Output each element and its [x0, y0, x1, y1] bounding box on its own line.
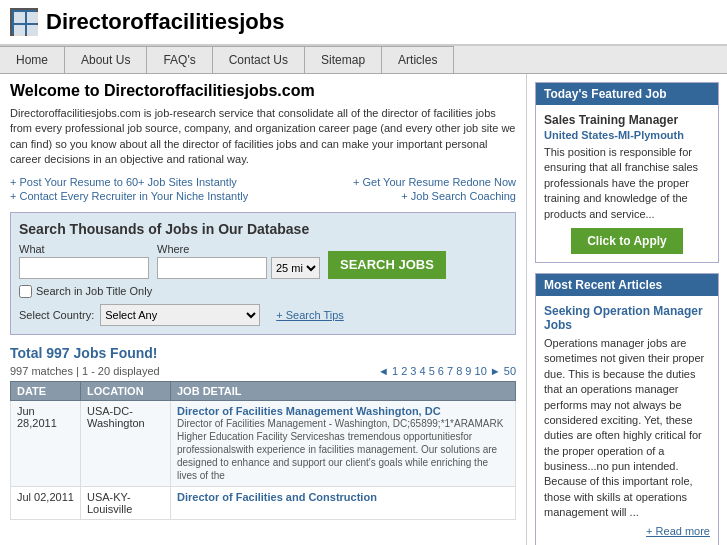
svg-rect-0 — [14, 12, 25, 23]
nav-contact[interactable]: Contact Us — [213, 46, 305, 73]
what-field: What — [19, 243, 149, 279]
title-only-label: Search in Job Title Only — [36, 285, 152, 297]
col-date: DATE — [11, 381, 81, 400]
job-detail: Director of Facilities Management Washin… — [171, 400, 516, 486]
featured-job-body: Sales Training Manager United States-MI-… — [536, 105, 718, 262]
search-row: What Where 25 mi 10 mi 50 mi SEARCH JOBS — [19, 243, 507, 279]
apply-button[interactable]: Click to Apply — [571, 228, 683, 254]
promo-links-right: Get Your Resume Redone Now Job Search Co… — [353, 176, 516, 202]
table-row: Jun 28,2011 USA-DC-Washington Director o… — [11, 400, 516, 486]
job-title-link[interactable]: Director of Facilities Management Washin… — [177, 405, 441, 417]
pagination[interactable]: ◄ 1 2 3 4 5 6 7 8 9 10 ► 50 — [378, 365, 516, 377]
job-description: Director of Facilities Management - Wash… — [177, 417, 509, 482]
logo-icon — [10, 8, 38, 36]
search-title: Search Thousands of Jobs in Our Database — [19, 221, 507, 237]
nav-home[interactable]: Home — [0, 46, 65, 73]
svg-rect-3 — [27, 25, 38, 36]
nav-articles[interactable]: Articles — [382, 46, 454, 73]
nav-faq[interactable]: FAQ's — [147, 46, 212, 73]
search-jobs-button[interactable]: SEARCH JOBS — [328, 251, 446, 279]
nav-sitemap[interactable]: Sitemap — [305, 46, 382, 73]
svg-rect-2 — [14, 25, 25, 36]
featured-job-name: Sales Training Manager — [544, 113, 710, 127]
main-content: Welcome to Directoroffacilitiesjobs.com … — [0, 74, 527, 545]
results-meta: 997 matches | 1 - 20 displayed — [10, 365, 160, 377]
read-more-link[interactable]: + Read more — [544, 525, 710, 537]
where-label: Where — [157, 243, 320, 255]
content-wrapper: Welcome to Directoroffacilitiesjobs.com … — [0, 74, 727, 545]
search-section: Search Thousands of Jobs in Our Database… — [10, 212, 516, 335]
results-title: Total 997 Jobs Found! — [10, 345, 516, 361]
featured-job-box: Today's Featured Job Sales Training Mana… — [535, 82, 719, 263]
table-row: Jul 02,2011 USA-KY-Louisville Director o… — [11, 486, 516, 519]
recent-articles-body: Seeking Operation Manager Jobs Operation… — [536, 296, 718, 545]
job-date: Jul 02,2011 — [11, 486, 81, 519]
job-date: Jun 28,2011 — [11, 400, 81, 486]
country-select[interactable]: Select Any — [100, 304, 260, 326]
what-label: What — [19, 243, 149, 255]
article-text: Operations manager jobs are sometimes no… — [544, 336, 710, 521]
main-nav: Home About Us FAQ's Contact Us Sitemap A… — [0, 46, 727, 74]
featured-job-desc: This position is responsible for ensurin… — [544, 145, 710, 222]
title-only-row: Search in Job Title Only — [19, 285, 507, 298]
country-row: Select Country: Select Any + Search Tips — [19, 304, 507, 326]
job-location: USA-DC-Washington — [81, 400, 171, 486]
promo-links: Post Your Resume to 60+ Job Sites Instan… — [10, 176, 516, 202]
job-location: USA-KY-Louisville — [81, 486, 171, 519]
article-title-link[interactable]: Seeking Operation Manager Jobs — [544, 304, 710, 332]
featured-job-location: United States-MI-Plymouth — [544, 129, 710, 141]
site-title: Directoroffacilitiesjobs — [46, 9, 284, 35]
job-coaching-link[interactable]: Job Search Coaching — [353, 190, 516, 202]
recruiter-link[interactable]: Contact Every Recruiter in Your Niche In… — [10, 190, 248, 202]
recent-articles-title-bar: Most Recent Articles — [536, 274, 718, 296]
sidebar: Today's Featured Job Sales Training Mana… — [527, 74, 727, 545]
distance-select[interactable]: 25 mi 10 mi 50 mi — [271, 257, 320, 279]
jobs-table: DATE LOCATION JOB DETAIL Jun 28,2011 USA… — [10, 381, 516, 520]
country-label: Select Country: — [19, 309, 94, 321]
table-header: DATE LOCATION JOB DETAIL — [11, 381, 516, 400]
svg-rect-1 — [27, 12, 38, 23]
site-header: Directoroffacilitiesjobs — [0, 0, 727, 46]
search-tips-link[interactable]: + Search Tips — [276, 309, 344, 321]
nav-about[interactable]: About Us — [65, 46, 147, 73]
job-detail: Director of Facilities and Construction — [171, 486, 516, 519]
results-section: Total 997 Jobs Found! 997 matches | 1 - … — [10, 345, 516, 520]
where-field: Where 25 mi 10 mi 50 mi — [157, 243, 320, 279]
resume-redone-link[interactable]: Get Your Resume Redone Now — [353, 176, 516, 188]
promo-links-left: Post Your Resume to 60+ Job Sites Instan… — [10, 176, 248, 202]
resume-link[interactable]: Post Your Resume to 60+ Job Sites Instan… — [10, 176, 248, 188]
featured-job-title-bar: Today's Featured Job — [536, 83, 718, 105]
recent-articles-box: Most Recent Articles Seeking Operation M… — [535, 273, 719, 545]
title-only-checkbox[interactable] — [19, 285, 32, 298]
job-title-link[interactable]: Director of Facilities and Construction — [177, 491, 377, 503]
where-wrap: 25 mi 10 mi 50 mi — [157, 257, 320, 279]
welcome-title: Welcome to Directoroffacilitiesjobs.com — [10, 82, 516, 100]
welcome-text: Directoroffacilitiesjobs.com is job-rese… — [10, 106, 516, 168]
search-what-input[interactable] — [19, 257, 149, 279]
col-detail: JOB DETAIL — [171, 381, 516, 400]
search-where-input[interactable] — [157, 257, 267, 279]
jobs-list: Jun 28,2011 USA-DC-Washington Director o… — [11, 400, 516, 519]
col-location: LOCATION — [81, 381, 171, 400]
welcome-section: Welcome to Directoroffacilitiesjobs.com … — [10, 82, 516, 202]
